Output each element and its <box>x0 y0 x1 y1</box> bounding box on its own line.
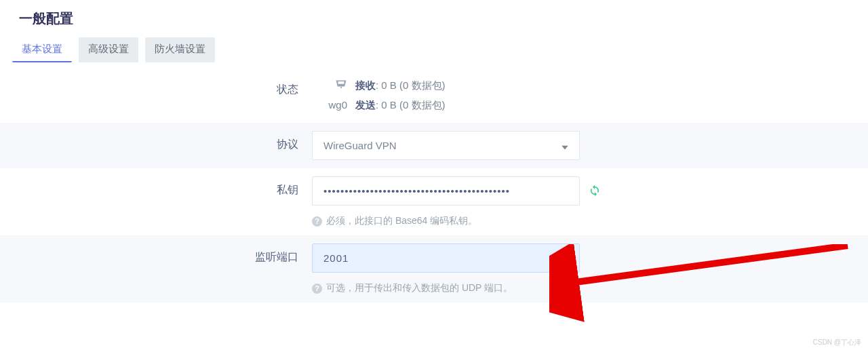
chevron-down-icon <box>561 140 568 151</box>
svg-rect-0 <box>338 81 344 84</box>
network-interface-icon <box>312 76 355 96</box>
listen-port-input[interactable] <box>312 244 580 273</box>
label-status: 状态 <box>0 76 312 97</box>
status-rx-value: 0 B (0 数据包) <box>381 79 445 91</box>
row-status: 状态 接收: 0 B (0 数据包) wg0 发送: 0 B (0 数据包) <box>0 68 868 123</box>
tab-firewall-settings[interactable]: 防火墙设置 <box>145 37 215 62</box>
page-title: 一般配置 <box>0 0 868 37</box>
tabs-container: 基本设置 高级设置 防火墙设置 <box>0 37 868 62</box>
row-private-key: 私钥 ? 必须，此接口的 Base64 编码私钥。 <box>0 168 868 235</box>
listen-port-help: ? 可选，用于传出和传入数据包的 UDP 端口。 <box>312 282 597 294</box>
protocol-selected-value: WireGuard VPN <box>323 140 397 151</box>
help-icon: ? <box>312 216 322 227</box>
private-key-help: ? 必须，此接口的 Base64 编码私钥。 <box>312 215 597 227</box>
tab-advanced-settings[interactable]: 高级设置 <box>79 37 138 62</box>
row-listen-port: 监听端口 ? 可选，用于传出和传入数据包的 UDP 端口。 <box>0 235 868 303</box>
label-listen-port: 监听端口 <box>0 244 312 265</box>
protocol-select[interactable]: WireGuard VPN <box>312 131 580 160</box>
status-rx-label: 接收 <box>355 79 376 91</box>
svg-point-1 <box>340 87 342 88</box>
status-interface-name: wg0 <box>312 96 355 115</box>
status-value: 接收: 0 B (0 数据包) wg0 发送: 0 B (0 数据包) <box>312 76 597 115</box>
private-key-input[interactable] <box>312 176 580 206</box>
watermark: CSDN @丁心泽 <box>813 338 861 347</box>
tab-basic-settings[interactable]: 基本设置 <box>12 37 72 62</box>
status-tx-value: 0 B (0 数据包) <box>381 99 445 111</box>
status-tx-label: 发送 <box>355 99 376 111</box>
row-protocol: 协议 WireGuard VPN <box>0 123 868 168</box>
help-icon: ? <box>312 284 322 294</box>
regenerate-key-icon[interactable] <box>589 184 601 200</box>
label-protocol: 协议 <box>0 131 312 152</box>
label-private-key: 私钥 <box>0 176 312 197</box>
